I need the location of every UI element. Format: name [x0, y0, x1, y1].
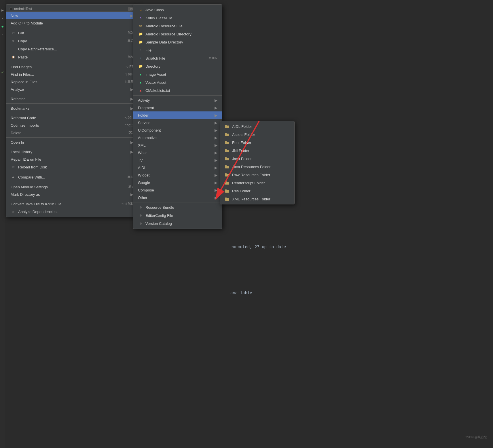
menu-item-open-module-settings-shortcut: ⌘↓: [128, 185, 133, 189]
menu-item-paste[interactable]: 📋 Paste ⌘V: [6, 53, 138, 61]
menu-item-res-folder-label: Res Folder: [232, 189, 290, 193]
menu-item-version-catalog[interactable]: ⚙ Version Catalog: [133, 219, 222, 227]
menu-item-find-usages[interactable]: Find Usages ⌥F7: [6, 63, 138, 71]
menu-item-delete[interactable]: Delete... ⌦: [6, 129, 138, 136]
menu-item-kotlin-class-label: Kotlin Class/File: [145, 16, 217, 20]
editor-config-icon: ⚙: [138, 213, 143, 218]
menu-item-copy-label: Copy: [18, 39, 122, 43]
menu-item-mark-directory[interactable]: Mark Directory as ▶: [6, 191, 138, 198]
menu-item-font-folder[interactable]: Font Folder: [220, 138, 294, 147]
paste-icon: 📋: [11, 54, 16, 60]
menu-item-kotlin-class[interactable]: K Kotlin Class/File: [133, 14, 222, 22]
menu-item-fragment[interactable]: Fragment ▶: [133, 104, 222, 111]
menu-item-xml-resources-folder[interactable]: XML Resources Folder: [220, 195, 294, 203]
menu-item-java-resources-folder-label: Java Resources Folder: [232, 165, 290, 169]
menu-item-cmake[interactable]: ▲ CMakeLists.txt: [133, 86, 222, 94]
sidebar-icon-expand[interactable]: ▶: [1, 9, 4, 12]
menu-item-renderscript-folder[interactable]: Renderscript Folder: [220, 179, 294, 187]
menu-item-activity[interactable]: Activity ▶: [133, 96, 222, 104]
menu-item-local-history-label: Local History: [11, 150, 128, 154]
menu-item-tv-label: TV: [138, 158, 212, 162]
menu-item-raw-resources-folder[interactable]: Raw Resources Folder: [220, 171, 294, 179]
menu-item-folder[interactable]: Folder ▶: [133, 111, 222, 119]
svg-rect-10: [225, 166, 229, 168]
version-catalog-icon: ⚙: [138, 221, 143, 226]
menu-item-new[interactable]: New ▶: [6, 12, 138, 19]
menu-item-image-asset-label: Image Asset: [145, 72, 217, 77]
menu-item-analyze-deps-label: Analyze Dependencies...: [18, 210, 133, 214]
menu-item-aidl[interactable]: AIDL ▶: [133, 164, 222, 171]
menu-item-java-class[interactable]: C Java Class: [133, 6, 222, 14]
file-icon: ≡: [138, 48, 143, 53]
separator-6: [6, 137, 138, 138]
menu-item-aidl-folder[interactable]: AIDL Folder: [220, 122, 294, 130]
svg-rect-18: [225, 198, 229, 201]
menu-item-service[interactable]: Service ▶: [133, 119, 222, 126]
svg-rect-11: [225, 165, 227, 166]
menu-item-scratch-file-label: Scratch File: [145, 56, 203, 60]
menu-item-scratch-file-shortcut: ⇧⌘N: [208, 56, 217, 60]
menu-item-reload[interactable]: ↺ Reload from Disk: [6, 163, 138, 171]
menu-item-optimize-imports[interactable]: Optimize Imports ^⌥O: [6, 122, 138, 129]
menu-item-version-catalog-label: Version Catalog: [145, 221, 217, 226]
menu-item-add-cpp[interactable]: Add C++ to Module: [6, 19, 138, 27]
menu-item-automotive[interactable]: Automotive ▶: [133, 134, 222, 141]
menu-item-new-label: New: [11, 14, 128, 18]
menu-item-editor-config[interactable]: ⚙ EditorConfig File: [133, 211, 222, 219]
menu-item-raw-resources-folder-label: Raw Resources Folder: [232, 173, 290, 177]
menu-item-tv[interactable]: TV ▶: [133, 156, 222, 164]
menu-item-fragment-arrow: ▶: [215, 106, 217, 110]
menu-item-analyze[interactable]: Analyze ▶: [6, 86, 138, 93]
menu-item-copy[interactable]: ⧉ Copy ⌘C: [6, 37, 138, 45]
menu-item-android-resource-dir[interactable]: 📁 Android Resource Directory: [133, 30, 222, 38]
menu-item-java-folder[interactable]: Java Folder: [220, 155, 294, 163]
menu-item-service-label: Service: [138, 121, 212, 125]
menu-item-replace-in-files[interactable]: Replace in Files... ⇧⌘R: [6, 78, 138, 86]
menu-item-open-in[interactable]: Open In ▶: [6, 138, 138, 146]
menu-item-open-module-settings[interactable]: Open Module Settings ⌘↓: [6, 183, 138, 191]
menu-item-file[interactable]: ≡ File: [133, 46, 222, 54]
menu-item-jni-folder[interactable]: JNI Folder: [220, 147, 294, 155]
menu-item-local-history[interactable]: Local History ▶: [6, 148, 138, 155]
menu-item-java-resources-folder[interactable]: Java Resources Folder: [220, 163, 294, 171]
directory-icon: 📁: [138, 64, 143, 69]
menu-item-repair-ide[interactable]: Repair IDE on File: [6, 155, 138, 163]
menu-item-copy-path[interactable]: Copy Path/Reference...: [6, 45, 138, 53]
menu-item-resource-bundle[interactable]: ⚙ Resource Bundle: [133, 203, 222, 211]
menu-item-compare-with[interactable]: ⇄ Compare With... ⌘D: [6, 173, 138, 181]
menu-item-res-folder[interactable]: Res Folder: [220, 187, 294, 195]
menu-item-xml[interactable]: XML ▶: [133, 141, 222, 149]
menu-item-uicomponent[interactable]: UiComponent ▶: [133, 126, 222, 134]
menu-item-other-label: Other: [138, 195, 212, 200]
svg-rect-3: [225, 133, 227, 134]
menu-item-reformat[interactable]: Reformat Code ⌥⌘L: [6, 114, 138, 122]
svg-rect-7: [225, 149, 227, 150]
menu-item-google[interactable]: Google ▶: [133, 179, 222, 186]
menu-item-image-asset[interactable]: ▲ Image Asset: [133, 70, 222, 78]
context-menu-primary: androidTest 19 New ▶ Add C++ to Module ✂…: [6, 4, 138, 217]
menu-item-convert-java[interactable]: Convert Java File to Kotlin File ⌥⇧⌘K: [6, 200, 138, 208]
font-folder-icon: [225, 140, 230, 145]
menu-item-bookmarks-label: Bookmarks: [11, 106, 128, 111]
menu-item-assets-folder[interactable]: Assets Folder: [220, 130, 294, 138]
menu-item-analyze-deps[interactable]: ◎ Analyze Dependencies...: [6, 208, 138, 216]
menu-item-widget[interactable]: Widget ▶: [133, 171, 222, 179]
menu-item-sample-data-dir[interactable]: 📁 Sample Data Directory: [133, 38, 222, 46]
menu-item-android-resource-file[interactable]: </> Android Resource File: [133, 22, 222, 30]
menu-item-compose[interactable]: Compose ▶: [133, 186, 222, 194]
menu-item-wear[interactable]: Wear ▶: [133, 149, 222, 156]
menu-item-cut[interactable]: ✂ Cut ⌘X: [6, 29, 138, 37]
menu-item-java-folder-label: Java Folder: [232, 157, 290, 161]
menu-item-other[interactable]: Other ▶: [133, 194, 222, 201]
menu-item-refactor-label: Refactor: [11, 97, 128, 101]
menu-item-find-in-files[interactable]: Find in Files... ⇧⌘F: [6, 71, 138, 78]
separator-5: [6, 113, 138, 113]
menu-item-scratch-file[interactable]: ≡ Scratch File ⇧⌘N: [133, 54, 222, 62]
menu-item-directory[interactable]: 📁 Directory: [133, 62, 222, 70]
menu-item-optimize-imports-shortcut: ^⌥O: [125, 123, 133, 127]
menu-item-refactor[interactable]: Refactor ▶: [6, 95, 138, 102]
menu-item-vector-asset[interactable]: ▲ Vector Asset: [133, 78, 222, 86]
resource-bundle-icon: ⚙: [138, 205, 143, 210]
new-separator-2: [133, 202, 222, 202]
menu-item-bookmarks[interactable]: Bookmarks ▶: [6, 105, 138, 112]
